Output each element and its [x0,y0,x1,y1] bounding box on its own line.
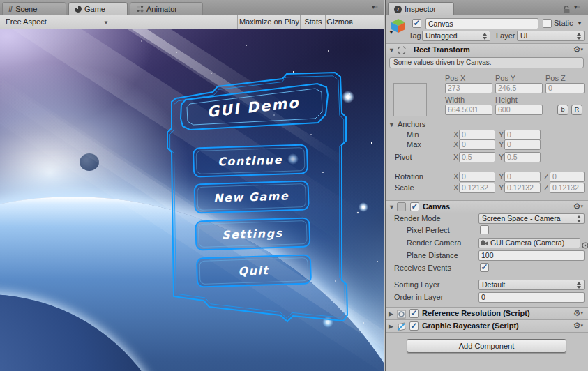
chevron-down-icon[interactable]: ▼ [389,47,395,54]
axis-x-label: X [453,130,458,139]
receives-events-checkbox[interactable]: ✓ [480,263,489,272]
game-pacman-icon [75,6,82,13]
menu-button-settings[interactable]: Settings [195,218,310,250]
gear-icon[interactable]: ⚙▾ [573,308,583,318]
menu-button-quit[interactable]: Quit [197,255,311,287]
dropdown-arrows-icon [483,33,488,40]
chevron-right-icon[interactable]: ▶ [389,310,393,317]
gear-icon[interactable]: ⚙▾ [573,321,583,331]
layer-dropdown[interactable]: UI [517,31,585,41]
scale-y-field[interactable]: 0.12132 [504,183,541,193]
tab-game[interactable]: Game [68,2,128,15]
canvas-component-title: Canvas [423,202,450,211]
scale-z-field[interactable]: 0.12132 [550,183,585,193]
name-field[interactable] [425,18,538,29]
menu-button-new-game[interactable]: New Game [195,181,309,213]
canvas-enabled-checkbox[interactable]: ✓ [410,202,419,211]
render-mode-label: Render Mode [394,214,441,222]
inspector-panel: i Inspector ▾≡ ▼ ✓ Static ▼ Tag Untagged… [385,0,588,371]
dropdown-arrows-icon [577,215,582,222]
menu-button-continue[interactable]: Continue [193,144,308,176]
pos-z-field[interactable]: 0 [545,83,585,93]
anchor-max-y-field[interactable]: 0 [504,139,541,150]
canvas-component-header[interactable]: ▼ ✓ Canvas ⚙▾ [386,200,588,213]
sorting-layer-dropdown[interactable]: Default [478,280,585,290]
graphic-raycaster-header[interactable]: ▶ ✓ Graphic Raycaster (Script) ⚙▾ [386,319,588,333]
pivot-label: Pivot [395,153,412,161]
axis-x-label: X [453,183,458,192]
unity-editor-window: # Scene Game Animator ▾≡ Free Aspect ▼ M… [0,0,588,371]
anchor-preview[interactable] [393,83,427,116]
anchors-foldout-icon[interactable]: ▼ [389,121,395,128]
pivot-x-field[interactable]: 0.5 [459,152,495,162]
height-label: Height [495,96,518,104]
axis-x-label: X [453,140,458,149]
anchor-min-y-field[interactable]: 0 [504,130,541,140]
gear-icon[interactable]: ⚙▾ [573,202,583,211]
stats-button[interactable]: Stats [300,15,326,29]
inspector-tabstrip: i Inspector ▾≡ [386,0,588,15]
reference-resolution-header[interactable]: ▶ ✓ Reference Resolution (Script) ⚙▾ [386,307,588,320]
rotation-z-field[interactable]: 0 [550,172,585,182]
anchor-max-x-field[interactable]: 0 [459,139,495,150]
order-in-layer-field[interactable]: 0 [478,292,585,303]
rotation-x-field[interactable]: 0 [459,172,495,182]
axis-x-label: X [453,172,458,181]
pos-y-field[interactable]: 246.5 [495,83,543,93]
pos-x-field[interactable]: 273 [445,83,492,93]
static-checkbox[interactable] [543,19,552,28]
axis-z-label: Z [544,172,549,181]
chevron-right-icon[interactable]: ▶ [389,323,393,330]
aspect-dropdown[interactable]: Free Aspect [6,17,47,26]
tab-inspector[interactable]: i Inspector [388,2,454,15]
height-field[interactable]: 600 [495,105,543,115]
chevron-down-icon[interactable]: ▼ [389,204,395,211]
left-tabstrip: # Scene Game Animator ▾≡ [0,0,384,15]
static-dropdown-arrow-icon[interactable]: ▼ [577,20,582,26]
tab-scene[interactable]: # Scene [2,2,66,15]
dropdown-arrows-icon [577,33,582,40]
render-camera-value: GUI Camera (Camera) [490,238,564,247]
pane-menu-icon[interactable]: ▾≡ [372,3,377,10]
render-camera-object-field[interactable]: GUI Camera (Camera) [478,238,580,248]
gizmos-dropdown-arrow-icon[interactable]: ▼ [347,20,353,26]
pos-z-label: Pos Z [545,74,566,82]
order-in-layer-label: Order in Layer [394,293,443,301]
graphic-raycaster-checkbox[interactable]: ✓ [409,321,419,331]
reference-resolution-checkbox[interactable]: ✓ [409,309,419,318]
aspect-dropdown-arrow-icon[interactable]: ▼ [103,20,109,26]
width-label: Width [445,96,465,104]
pixel-perfect-checkbox[interactable] [480,225,489,234]
scale-x-field[interactable]: 0.12132 [459,183,495,193]
divider [386,332,588,333]
maximize-on-play-button[interactable]: Maximize on Play [237,15,301,29]
layer-label: Layer [496,31,515,40]
blueprint-mode-button[interactable]: b [557,105,568,115]
axis-y-label: Y [499,183,504,192]
receives-events-label: Receives Events [394,264,451,272]
animator-icon [136,5,144,14]
rect-transform-header[interactable]: ▼ Rect Transform ⚙▾ [386,43,588,56]
render-mode-dropdown[interactable]: Screen Space - Camera [478,213,585,224]
raw-edit-mode-button[interactable]: R [571,105,582,115]
gear-icon[interactable]: ⚙▾ [573,45,583,54]
rotation-y-field[interactable]: 0 [504,172,541,182]
pivot-y-field[interactable]: 0.5 [504,152,541,162]
axis-z-label: Z [544,183,549,192]
inspector-pane-menu-icon[interactable]: ▾≡ [574,3,580,10]
tag-dropdown[interactable]: Untagged [422,31,490,41]
add-component-button[interactable]: Add Component [407,339,566,353]
active-checkbox[interactable]: ✓ [412,19,421,28]
anchor-min-x-field[interactable]: 0 [459,130,495,140]
lock-icon[interactable] [563,4,571,17]
width-field[interactable]: 664.5031 [445,105,492,115]
tab-animator[interactable]: Animator [130,2,203,15]
plane-distance-field[interactable]: 100 [478,250,585,261]
inspector-info-icon: i [394,6,402,13]
plane-distance-label: Plane Distance [407,251,458,259]
icon-dropdown-arrow-icon[interactable]: ▼ [389,29,394,36]
game-viewport: GUI Demo Continue New Game Settings [0,29,384,371]
tab-inspector-label: Inspector [405,5,436,13]
menu-button-label: Quit [238,264,270,278]
canvas-component-icon [397,202,406,211]
